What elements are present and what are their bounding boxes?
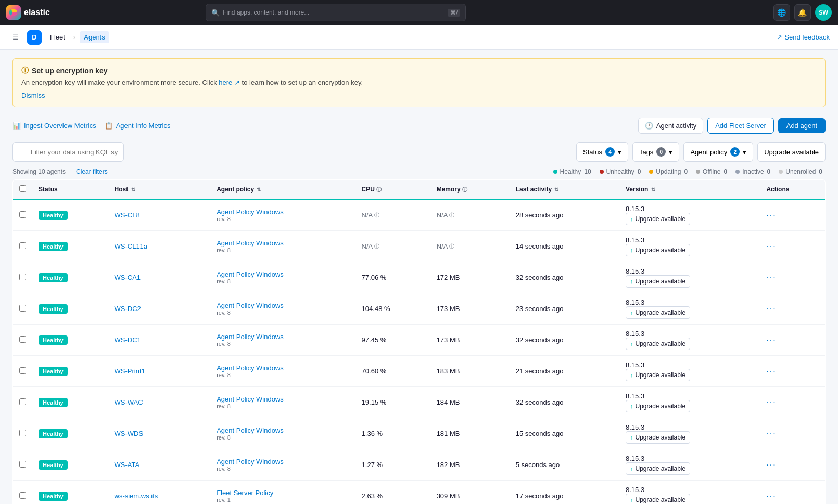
- row-status-6: Healthy: [32, 387, 108, 418]
- row-checkbox-3[interactable]: [19, 305, 26, 312]
- breadcrumb-fleet[interactable]: Fleet: [46, 31, 69, 43]
- host-link-7[interactable]: WS-WDS: [115, 430, 144, 437]
- policy-link-3[interactable]: Agent Policy Windows: [217, 302, 284, 309]
- add-agent-button[interactable]: Add agent: [778, 118, 826, 133]
- bar-chart-icon: 📊: [12, 122, 21, 130]
- upgrade-button-3[interactable]: ↑ Upgrade available: [626, 306, 690, 319]
- row-checkbox-4[interactable]: [19, 336, 26, 343]
- upgrade-button-0[interactable]: ↑ Upgrade available: [626, 213, 690, 225]
- upgrade-arrow-icon-1: ↑: [630, 247, 633, 253]
- ingest-overview-metrics-link[interactable]: 📊 Ingest Overview Metrics: [12, 122, 96, 130]
- actions-menu-8[interactable]: ···: [766, 460, 776, 469]
- policy-link-2[interactable]: Agent Policy Windows: [217, 270, 284, 278]
- host-link-2[interactable]: WS-CA1: [115, 274, 141, 281]
- elastic-logo[interactable]: elastic: [6, 5, 50, 20]
- host-link-0[interactable]: WS-CL8: [115, 211, 140, 219]
- upgrade-available-filter-button[interactable]: Upgrade available: [757, 142, 826, 162]
- col-memory[interactable]: Memory ⓘ: [430, 180, 510, 200]
- actions-menu-7[interactable]: ···: [766, 429, 776, 438]
- mem-na-info-1[interactable]: ⓘ: [449, 243, 454, 250]
- policy-link-5[interactable]: Agent Policy Windows: [217, 364, 284, 372]
- actions-menu-0[interactable]: ···: [766, 211, 776, 219]
- upgrade-button-5[interactable]: ↑ Upgrade available: [626, 369, 690, 381]
- version-sort-icon: ⇅: [651, 187, 655, 192]
- row-checkbox-0[interactable]: [19, 211, 26, 218]
- col-cpu[interactable]: CPU ⓘ: [355, 180, 430, 200]
- dismiss-button[interactable]: Dismiss: [21, 92, 45, 99]
- policy-sort-icon: ⇅: [257, 187, 261, 192]
- host-link-9[interactable]: ws-siem.ws.its: [115, 492, 158, 500]
- upgrade-button-8[interactable]: ↑ Upgrade available: [626, 462, 690, 475]
- hamburger-menu[interactable]: ☰: [8, 30, 23, 45]
- clear-filters-link[interactable]: Clear filters: [76, 168, 108, 175]
- policy-link-4[interactable]: Agent Policy Windows: [217, 333, 284, 341]
- policy-rev-3: rev. 8: [217, 309, 349, 316]
- agent-activity-button[interactable]: 🕐 Agent activity: [638, 118, 703, 134]
- row-version-2: 8.15.3 ↑ Upgrade available: [619, 262, 760, 293]
- host-link-8[interactable]: WS-ATA: [115, 461, 140, 469]
- status-filter-button[interactable]: Status 4 ▾: [576, 142, 628, 162]
- row-checkbox-8[interactable]: [19, 461, 26, 468]
- table-row: Healthy WS-CL8 Agent Policy Windows rev.…: [13, 199, 826, 231]
- policy-link-9[interactable]: Fleet Server Policy: [217, 489, 273, 497]
- policy-link-1[interactable]: Agent Policy Windows: [217, 239, 284, 247]
- global-search[interactable]: 🔍 Find apps, content, and more... ⌘/: [206, 4, 466, 21]
- upgrade-button-9[interactable]: ↑ Upgrade available: [626, 494, 690, 504]
- table-row: Healthy WS-CL11a Agent Policy Windows re…: [13, 231, 826, 262]
- mem-na-info-0[interactable]: ⓘ: [449, 212, 454, 219]
- host-link-1[interactable]: WS-CL11a: [115, 242, 148, 250]
- row-checkbox-6[interactable]: [19, 398, 26, 405]
- policy-link-6[interactable]: Agent Policy Windows: [217, 395, 284, 403]
- policy-link-8[interactable]: Agent Policy Windows: [217, 458, 284, 466]
- row-checkbox-2[interactable]: [19, 274, 26, 280]
- policy-link-0[interactable]: Agent Policy Windows: [217, 208, 284, 216]
- host-link-5[interactable]: WS-Print1: [115, 367, 145, 375]
- globe-icon[interactable]: 🌐: [773, 4, 790, 21]
- row-checkbox-1[interactable]: [19, 242, 26, 249]
- cpu-info-icon[interactable]: ⓘ: [376, 187, 382, 192]
- tags-filter-button[interactable]: Tags 0 ▾: [632, 142, 679, 162]
- upgrade-button-7[interactable]: ↑ Upgrade available: [626, 431, 690, 444]
- row-checkbox-7[interactable]: [19, 430, 26, 436]
- add-fleet-server-button[interactable]: Add Fleet Server: [707, 118, 774, 134]
- col-host[interactable]: Host ⇅: [108, 180, 211, 200]
- cpu-na-info-0[interactable]: ⓘ: [374, 212, 379, 219]
- upgrade-button-2[interactable]: ↑ Upgrade available: [626, 275, 690, 288]
- actions-menu-4[interactable]: ···: [766, 335, 776, 344]
- status-badge-8: Healthy: [39, 460, 68, 470]
- actions-menu-2[interactable]: ···: [766, 273, 776, 282]
- avatar[interactable]: SW: [815, 4, 832, 21]
- policy-link-7[interactable]: Agent Policy Windows: [217, 427, 284, 434]
- elastic-text: elastic: [24, 8, 50, 17]
- actions-menu-9[interactable]: ···: [766, 492, 776, 500]
- actions-menu-1[interactable]: ···: [766, 242, 776, 251]
- agent-policy-filter-button[interactable]: Agent policy 2 ▾: [683, 142, 753, 162]
- col-policy[interactable]: Agent policy ⇅: [210, 180, 355, 200]
- host-link-4[interactable]: WS-DC1: [115, 336, 141, 344]
- upgrade-button-4[interactable]: ↑ Upgrade available: [626, 338, 690, 350]
- host-link-3[interactable]: WS-DC2: [115, 305, 141, 313]
- col-last-activity[interactable]: Last activity ⇅: [510, 180, 619, 200]
- upgrade-button-6[interactable]: ↑ Upgrade available: [626, 400, 690, 412]
- actions-menu-6[interactable]: ···: [766, 398, 776, 407]
- memory-info-icon[interactable]: ⓘ: [462, 187, 467, 192]
- actions-menu-3[interactable]: ···: [766, 304, 776, 313]
- send-feedback-link[interactable]: ↗ Send feedback: [777, 33, 830, 41]
- host-link-6[interactable]: WS-WAC: [115, 398, 143, 406]
- row-checkbox-5[interactable]: [19, 367, 26, 374]
- upgrade-button-1[interactable]: ↑ Upgrade available: [626, 244, 690, 256]
- cpu-value-0: N/A ⓘ: [362, 211, 424, 219]
- breadcrumb-d-icon[interactable]: D: [27, 30, 42, 45]
- row-checkbox-9[interactable]: [19, 492, 26, 499]
- kql-input[interactable]: [12, 142, 124, 162]
- policy-rev-6: rev. 8: [217, 403, 349, 409]
- bell-icon[interactable]: 🔔: [794, 4, 811, 21]
- col-version[interactable]: Version ⇅: [619, 180, 760, 200]
- agent-info-metrics-link[interactable]: 📋 Agent Info Metrics: [105, 122, 171, 130]
- breadcrumb-agents[interactable]: Agents: [80, 31, 109, 43]
- actions-menu-5[interactable]: ···: [766, 367, 776, 376]
- healthy-dot: [553, 170, 557, 174]
- select-all-checkbox[interactable]: [19, 185, 26, 192]
- here-link[interactable]: here ↗: [219, 79, 242, 86]
- cpu-na-info-1[interactable]: ⓘ: [374, 243, 379, 250]
